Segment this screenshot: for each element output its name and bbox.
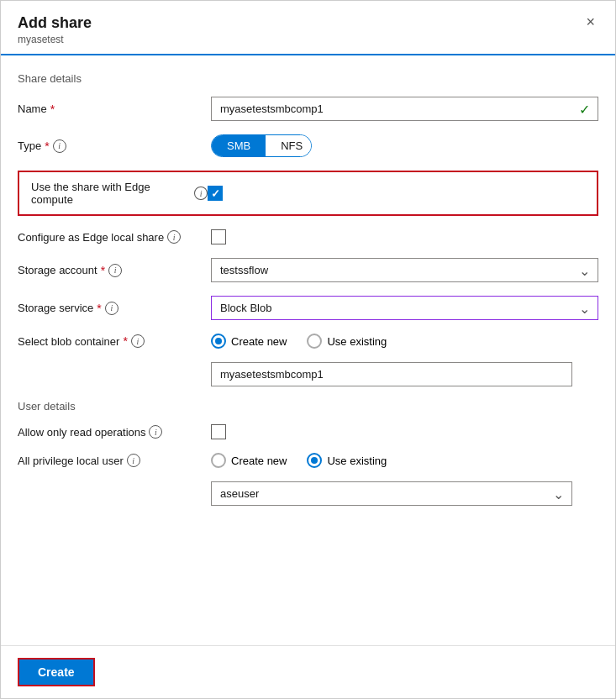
allow-read-checkbox[interactable] [211, 424, 226, 439]
storage-service-control: Block Blob [211, 296, 598, 320]
edge-info-icon[interactable]: i [194, 187, 208, 200]
dialog-header-text: Add share myasetest [18, 14, 92, 54]
create-new-blob-radio[interactable] [211, 334, 226, 349]
blob-name-row [18, 362, 598, 386]
dialog-title: Add share [18, 14, 92, 32]
configure-control [211, 229, 598, 244]
user-select-row: aseuser [18, 481, 598, 506]
storage-service-label: Storage service * i [18, 302, 211, 315]
use-existing-user-radio[interactable] [307, 453, 322, 468]
type-required: * [45, 139, 49, 153]
blob-container-row: Select blob container * i Create new Use… [18, 334, 598, 349]
use-existing-blob-label: Use existing [327, 335, 387, 348]
create-new-blob-radio-inner [215, 338, 222, 344]
add-share-dialog: Add share myasetest × Share details Name… [0, 0, 616, 699]
edge-compute-label: Use the share with Edge compute i [31, 181, 208, 206]
privilege-radio-group: Create new Use existing [211, 453, 387, 468]
type-nfs-button[interactable]: NFS [266, 135, 312, 156]
storage-account-select[interactable]: testssflow [211, 258, 598, 282]
use-existing-blob-radio[interactable] [307, 334, 322, 349]
edge-compute-row: Use the share with Edge compute i [18, 171, 598, 216]
user-select[interactable]: aseuser [211, 481, 572, 506]
storage-service-select[interactable]: Block Blob [211, 296, 598, 320]
privilege-label: All privilege local user i [18, 454, 211, 467]
name-input[interactable] [211, 97, 598, 121]
blob-container-label: Select blob container * i [18, 334, 211, 348]
allow-read-row: Allow only read operations i [18, 424, 598, 439]
blob-name-input[interactable] [211, 362, 572, 386]
blob-container-control: Create new Use existing [211, 334, 598, 349]
user-select-wrapper: aseuser [211, 481, 572, 506]
name-check-icon: ✓ [579, 101, 590, 117]
name-row: Name * ✓ [18, 97, 598, 121]
edge-compute-control [208, 186, 585, 201]
allow-read-info-icon[interactable]: i [149, 425, 162, 439]
storage-service-required: * [97, 302, 101, 315]
storage-account-control: testssflow [211, 258, 598, 282]
type-info-icon[interactable]: i [53, 139, 66, 153]
dialog-body: Share details Name * ✓ Type * i [1, 55, 615, 645]
storage-account-required: * [101, 264, 105, 277]
configure-info-icon[interactable]: i [167, 230, 181, 244]
type-smb-button[interactable]: SMB [212, 135, 266, 156]
close-button[interactable]: × [582, 14, 598, 29]
use-existing-blob-option[interactable]: Use existing [307, 334, 387, 349]
storage-service-row: Storage service * i Block Blob [18, 296, 598, 320]
create-button[interactable]: Create [18, 658, 95, 686]
use-existing-user-radio-inner [311, 457, 318, 464]
storage-account-select-wrapper: testssflow [211, 258, 598, 282]
name-input-wrapper: ✓ [211, 97, 598, 121]
allow-read-label: Allow only read operations i [18, 425, 211, 439]
use-existing-user-option[interactable]: Use existing [307, 453, 387, 468]
create-new-user-label: Create new [231, 455, 287, 467]
type-label: Type * i [18, 139, 211, 153]
create-new-user-option[interactable]: Create new [211, 453, 287, 468]
allow-read-control [211, 424, 598, 439]
privilege-control: Create new Use existing [211, 453, 598, 468]
name-required: * [50, 102, 55, 116]
name-control: ✓ [211, 97, 598, 121]
type-row: Type * i SMB NFS [18, 134, 598, 157]
name-label: Name * [18, 102, 211, 116]
user-details-section-label: User details [18, 400, 598, 413]
create-new-blob-label: Create new [231, 335, 287, 348]
dialog-footer: Create [1, 645, 615, 698]
configure-checkbox[interactable] [211, 229, 226, 244]
use-existing-user-label: Use existing [327, 455, 387, 467]
blob-container-info-icon[interactable]: i [131, 334, 145, 348]
storage-account-row: Storage account * i testssflow [18, 258, 598, 282]
privilege-info-icon[interactable]: i [127, 454, 140, 467]
configure-row: Configure as Edge local share i [18, 229, 598, 244]
create-new-blob-option[interactable]: Create new [211, 334, 287, 349]
blob-container-required: * [123, 334, 127, 348]
type-control: SMB NFS [211, 134, 598, 157]
dialog-subtitle: myasetest [18, 34, 92, 45]
privilege-row: All privilege local user i Create new Us… [18, 453, 598, 468]
storage-account-label: Storage account * i [18, 264, 211, 277]
dialog-header: Add share myasetest × [1, 1, 615, 55]
storage-service-select-wrapper: Block Blob [211, 296, 598, 320]
create-new-user-radio[interactable] [211, 453, 226, 468]
blob-container-radio-group: Create new Use existing [211, 334, 387, 349]
configure-label: Configure as Edge local share i [18, 230, 211, 244]
share-details-section-label: Share details [18, 72, 598, 85]
storage-service-info-icon[interactable]: i [105, 302, 118, 315]
edge-compute-checkbox[interactable] [208, 186, 223, 201]
storage-account-info-icon[interactable]: i [108, 264, 122, 277]
type-toggle-group: SMB NFS [211, 134, 312, 157]
